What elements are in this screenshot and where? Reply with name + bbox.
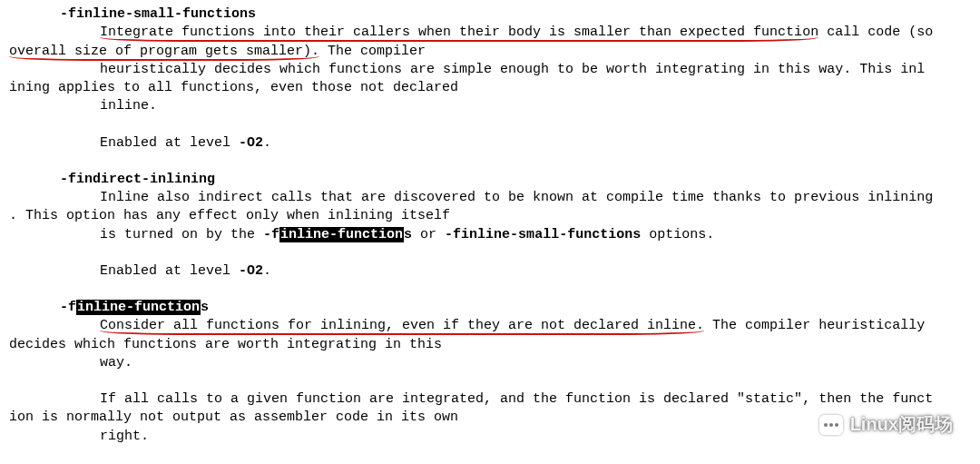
description-text: options. (641, 227, 714, 242)
description-line: Integrate functions into their callers w… (9, 24, 971, 42)
description-text: Inline also indirect calls that are disc… (100, 190, 933, 205)
enabled-suffix: . (263, 135, 271, 151)
description-line: ining applies to all functions, even tho… (9, 79, 971, 97)
description-line: Consider all functions for inlining, eve… (9, 317, 971, 335)
description-line: heuristically decides which functions ar… (100, 61, 971, 79)
description-text: The compiler (319, 44, 426, 59)
description-line: right. (100, 428, 971, 446)
highlighted-text: Consider all functions for inlining, eve… (100, 318, 704, 333)
description-text: or (412, 227, 445, 242)
option-finline-functions: -finline-functions (60, 299, 971, 317)
optimization-level: -O2 (239, 263, 263, 279)
description-line: Inline also indirect calls that are disc… (9, 189, 971, 207)
enabled-level-line: Enabled at level -O2. (100, 134, 971, 153)
highlighted-option: inline-function (76, 300, 201, 315)
option-findirect-inlining: -findirect-inlining (60, 171, 971, 189)
description-line: ion is normally not output as assembler … (9, 409, 971, 427)
option-suffix: s (201, 300, 209, 315)
optimization-level: -O2 (239, 135, 263, 151)
description-text: call code (so (818, 25, 933, 40)
description-line: way. (100, 354, 971, 372)
highlighted-text: Integrate functions into their callers w… (100, 25, 818, 40)
description-line: If all calls to a given function are int… (100, 390, 971, 409)
description-line: . This option has any effect only when i… (9, 207, 971, 225)
highlighted-option: inline-function (279, 227, 404, 242)
enabled-prefix: Enabled at level (100, 263, 239, 279)
description-line: decides which functions are worth integr… (9, 336, 971, 354)
enabled-suffix: . (263, 263, 271, 279)
description-line: inline. (100, 97, 971, 115)
description-line: is turned on by the -finline-functions o… (100, 226, 971, 244)
option-ref: -finline-small-functions (445, 227, 641, 242)
highlighted-text: overall size of program gets smaller). (9, 44, 319, 59)
option-prefix: -f (60, 300, 76, 315)
enabled-level-line: Enabled at level -O2. (100, 262, 971, 281)
option-ref-prefix: -f (263, 227, 279, 242)
option-ref-suffix: s (404, 227, 412, 242)
description-text: is turned on by the (100, 227, 263, 242)
option-finline-small-functions: -finline-small-functions (60, 5, 971, 24)
description-text: The compiler heuristically (704, 318, 925, 333)
enabled-prefix: Enabled at level (100, 135, 239, 151)
description-line: overall size of program gets smaller). T… (9, 43, 971, 61)
